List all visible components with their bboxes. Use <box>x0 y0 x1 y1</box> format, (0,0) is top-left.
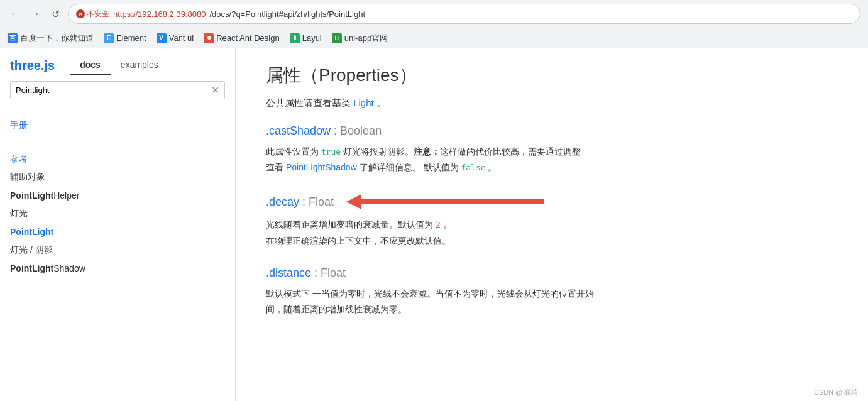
insecure-badge: ✕ 不安全 <box>76 9 109 19</box>
vant-icon: V <box>157 33 167 43</box>
decay-desc-text2: 。 <box>441 219 452 229</box>
tab-docs[interactable]: docs <box>70 56 111 75</box>
property-decay-heading: .decay : Float <box>266 195 334 209</box>
decay-desc: 光线随着距离增加变暗的衰减量。默认值为 2 。 在物理正确渲染的上下文中，不应更… <box>266 217 838 248</box>
distance-type: : Float <box>314 266 346 279</box>
distance-desc-text1: 默认模式下 一当值为零时，光线不会衰减。当值不为零时，光线会从灯光的位置开始 <box>266 288 594 299</box>
castshadow-desc-text3: 这样做的代价比较高，需要通过调整 <box>440 146 581 157</box>
property-castshadow: .castShadow : Boolean 此属性设置为 true 灯光将投射阴… <box>266 124 838 175</box>
distance-name: .distance <box>266 266 311 279</box>
castshadow-code-false: false <box>461 163 485 172</box>
bookmark-uniapp[interactable]: U uni-app官网 <box>332 33 388 44</box>
intro-paragraph: 公共属性请查看基类 Light 。 <box>266 97 838 109</box>
uniapp-icon: U <box>332 33 342 43</box>
property-distance-heading: .distance : Float <box>266 266 838 280</box>
property-castshadow-heading: .castShadow : Boolean <box>266 124 838 138</box>
search-input[interactable] <box>16 85 207 95</box>
red-arrow-svg <box>346 193 547 211</box>
decay-desc-text1: 光线随着距离增加变暗的衰减量。默认值为 <box>266 219 436 229</box>
castshadow-type: : Boolean <box>334 124 382 137</box>
insecure-label: 不安全 <box>87 9 109 19</box>
bookmark-react-ant-label: React Ant Design <box>216 33 279 43</box>
property-decay: .decay : Float 光线随着距离增加变暗的衰减量。默认值为 2 。 在… <box>266 193 838 248</box>
sidebar-header: three.js docs examples ✕ <box>0 48 235 107</box>
decay-code-num: 2 <box>436 220 441 229</box>
url-path: /docs/?q=Pointlight#api/zh/lights/PointL… <box>209 9 365 19</box>
nav-tabs: docs examples <box>70 56 168 75</box>
page-title: 属性（Properties） <box>266 63 838 87</box>
castshadow-desc: 此属性设置为 true 灯光将投射阴影。注意：这样做的代价比较高，需要通过调整 … <box>266 144 838 175</box>
bookmark-uniapp-label: uni-app官网 <box>344 33 388 44</box>
bookmark-baidu-label: 百度一下，你就知道 <box>20 33 94 44</box>
main-layout: three.js docs examples ✕ 手册 参考 辅助对象 Poin… <box>0 48 868 401</box>
decay-desc-text3: 在物理正确渲染的上下文中，不应更改默认值。 <box>266 236 451 246</box>
search-clear-icon[interactable]: ✕ <box>211 84 219 96</box>
tab-examples[interactable]: examples <box>111 56 168 75</box>
castshadow-desc-text2: 灯光将投射阴影。 <box>341 146 414 157</box>
sidebar-item-shadow-label: 灯光 / 阴影 <box>0 241 235 260</box>
bookmark-vant[interactable]: V Vant ui <box>157 33 194 43</box>
decay-heading-row: .decay : Float <box>266 193 838 211</box>
content-area: 属性（Properties） 公共属性请查看基类 Light 。 .castSh… <box>236 48 868 401</box>
sidebar-item-lights-label: 灯光 <box>0 204 235 223</box>
bookmarks-bar: 百 百度一下，你就知道 E Element V Vant ui ❖ React … <box>0 28 868 48</box>
bookmark-react-ant[interactable]: ❖ React Ant Design <box>204 33 279 43</box>
address-bar[interactable]: ✕ 不安全 https://192.168.2.39:8080 /docs/?q… <box>68 4 860 24</box>
search-bar[interactable]: ✕ <box>10 81 225 99</box>
browser-toolbar: ← → ↺ ✕ 不安全 https://192.168.2.39:8080 /d… <box>0 0 868 28</box>
castshadow-desc-text1: 此属性设置为 <box>266 146 321 157</box>
sidebar-item-pointlightshadow[interactable]: PointLightShadow <box>0 260 235 277</box>
property-distance: .distance : Float 默认模式下 一当值为零时，光线不会衰减。当值… <box>266 266 838 317</box>
sidebar-item-helper-label: 辅助对象 <box>0 168 235 187</box>
bookmark-layui[interactable]: Ⅱ Layui <box>290 33 322 43</box>
element-icon: E <box>104 33 114 43</box>
svg-rect-1 <box>361 199 544 204</box>
distance-desc-text2: 间，随着距离的增加线性衰减为零。 <box>266 304 407 314</box>
decay-type: : Float <box>302 195 334 208</box>
browser-chrome: ← → ↺ ✕ 不安全 https://192.168.2.39:8080 /d… <box>0 0 868 48</box>
bookmark-baidu[interactable]: 百 百度一下，你就知道 <box>8 33 94 44</box>
intro-end: 。 <box>376 97 386 108</box>
light-link[interactable]: Light <box>353 97 374 108</box>
castshadow-desc2-text2: 了解详细信息。 默认值为 <box>357 162 461 172</box>
site-title-row: three.js docs examples <box>10 56 225 75</box>
sidebar: three.js docs examples ✕ 手册 参考 辅助对象 Poin… <box>0 48 236 401</box>
castshadow-desc2-text1: 查看 <box>266 162 286 172</box>
baidu-icon: 百 <box>8 33 18 43</box>
insecure-icon: ✕ <box>76 9 85 18</box>
distance-desc: 默认模式下 一当值为零时，光线不会衰减。当值不为零时，光线会从灯光的位置开始 间… <box>266 286 838 317</box>
sidebar-item-pointlighthelper[interactable]: PointLightHelper <box>0 187 235 204</box>
sidebar-item-pointlight[interactable]: PointLight <box>0 223 235 241</box>
forward-button[interactable]: → <box>28 6 43 21</box>
bookmark-element-label: Element <box>116 33 146 43</box>
layui-icon: Ⅱ <box>290 33 300 43</box>
castshadow-name: .castShadow <box>266 124 331 137</box>
sidebar-content: 手册 参考 辅助对象 PointLightHelper 灯光 PointLigh… <box>0 107 235 401</box>
intro-text: 公共属性请查看基类 <box>266 97 351 108</box>
castshadow-desc2-end: 。 <box>486 162 497 172</box>
refresh-button[interactable]: ↺ <box>48 6 63 21</box>
decay-name: .decay <box>266 195 299 208</box>
bookmark-layui-label: Layui <box>302 33 322 43</box>
back-button[interactable]: ← <box>8 6 23 21</box>
site-name: three.js <box>10 58 55 73</box>
red-arrow-annotation <box>346 193 547 211</box>
watermark: CSDN @·联瑞- <box>814 388 860 397</box>
react-ant-icon: ❖ <box>204 33 214 43</box>
pointlightshadow-link[interactable]: PointLightShadow <box>286 162 357 172</box>
sidebar-section-reference[interactable]: 参考 <box>0 146 235 168</box>
bookmark-vant-label: Vant ui <box>169 33 194 43</box>
bookmark-element[interactable]: E Element <box>104 33 146 43</box>
sidebar-section-manual[interactable]: 手册 <box>0 113 235 134</box>
castshadow-note-bold: 注意： <box>414 146 440 157</box>
url-strikethrough: https://192.168.2.39:8080 <box>113 9 206 19</box>
svg-marker-0 <box>346 194 361 209</box>
castshadow-code-true: true <box>321 147 341 157</box>
